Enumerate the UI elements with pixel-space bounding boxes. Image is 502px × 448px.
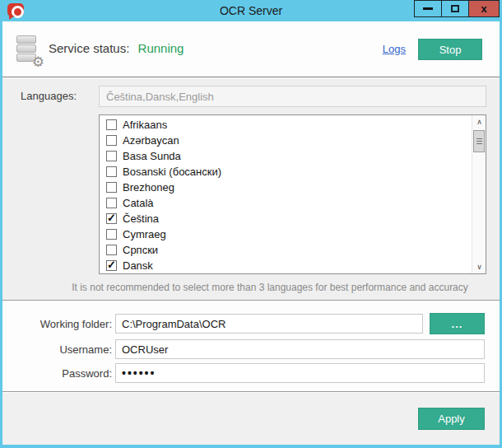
ocr-server-window: OCR Server x ⚙ Service status: R <box>0 0 502 448</box>
minimize-button[interactable] <box>414 0 442 17</box>
gear-icon: ⚙ <box>32 55 44 69</box>
list-item[interactable]: Bosanski (босански) <box>100 164 486 180</box>
title-bar: OCR Server x <box>0 0 502 21</box>
language-label: Српски <box>123 244 158 256</box>
scrollbar-up-icon[interactable]: ∧ <box>472 115 486 128</box>
scrollbar-down-icon[interactable]: ∨ <box>472 260 486 273</box>
list-item[interactable]: Català <box>100 195 486 211</box>
language-label: Brezhoneg <box>123 181 174 194</box>
checkbox[interactable] <box>106 135 117 146</box>
checkmark-icon: ✓ <box>107 212 116 224</box>
list-item[interactable]: Српски <box>100 242 486 258</box>
language-list[interactable]: Afrikaans Azərbaycan Basa Sunda Bosanski… <box>99 114 486 274</box>
language-label: Afrikaans <box>123 119 167 131</box>
language-label: Català <box>123 197 154 209</box>
username-label: Username: <box>2 343 112 356</box>
checkbox[interactable] <box>106 119 117 130</box>
language-label: Azərbaycan <box>123 134 179 147</box>
stop-button[interactable]: Stop <box>418 39 482 60</box>
language-label: Dansk <box>123 259 153 272</box>
scrollbar-grip-icon <box>476 138 482 144</box>
service-status-value: Running <box>138 41 184 55</box>
maximize-icon <box>451 5 459 12</box>
close-button[interactable]: x <box>468 0 500 17</box>
logs-link[interactable]: Logs <box>383 43 406 55</box>
working-folder-input[interactable] <box>115 314 423 334</box>
scrollbar[interactable]: ∧ ∨ <box>472 115 486 273</box>
list-item[interactable]: Deutsch <box>100 273 486 274</box>
list-item[interactable]: Brezhoneg <box>100 180 486 195</box>
scrollbar-thumb[interactable] <box>473 130 485 152</box>
username-input[interactable] <box>115 339 485 359</box>
list-item[interactable]: Azərbaycan <box>100 133 486 148</box>
close-icon: x <box>481 3 486 14</box>
settings-section: Working folder: ... Username: Password: <box>2 301 500 392</box>
service-database-icon: ⚙ <box>15 35 44 67</box>
list-item[interactable]: Basa Sunda <box>100 148 486 164</box>
checkbox[interactable]: ✓ <box>106 213 117 224</box>
service-status-label: Service status: <box>49 41 129 55</box>
working-folder-label: Working folder: <box>2 318 112 330</box>
window-content: ⚙ Service status: Running Logs Stop Lang… <box>2 21 500 445</box>
checkbox[interactable]: ✓ <box>106 260 117 271</box>
languages-note: It is not recommended to select more tha… <box>52 282 488 293</box>
minimize-icon <box>423 7 433 10</box>
checkmark-icon: ✓ <box>107 259 116 271</box>
password-input[interactable] <box>115 363 485 383</box>
footer-section: Apply <box>2 393 500 445</box>
selected-languages-field <box>99 86 486 107</box>
checkbox[interactable] <box>106 198 117 208</box>
checkbox[interactable] <box>106 166 117 177</box>
language-label: Basa Sunda <box>123 150 181 162</box>
maximize-button[interactable] <box>441 0 469 17</box>
languages-label: Languages: <box>2 90 77 102</box>
apply-button[interactable]: Apply <box>418 408 485 430</box>
checkbox[interactable] <box>106 151 117 161</box>
service-status-line: Service status: Running <box>49 41 184 55</box>
checkbox[interactable] <box>106 182 117 193</box>
list-item[interactable]: Afrikaans <box>100 117 486 133</box>
list-item[interactable]: Cymraeg <box>100 226 486 242</box>
language-label: Cymraeg <box>123 228 166 240</box>
language-label: Čeština <box>123 212 159 225</box>
window-controls: x <box>415 0 500 17</box>
service-status-section: ⚙ Service status: Running Logs Stop <box>2 21 500 77</box>
checkbox[interactable] <box>106 229 117 240</box>
list-item[interactable]: ✓ Dansk <box>100 258 486 273</box>
checkbox[interactable] <box>106 245 117 255</box>
browse-button[interactable]: ... <box>430 313 485 334</box>
language-label: Bosanski (босански) <box>123 166 221 178</box>
list-item[interactable]: ✓ Čeština <box>100 211 486 226</box>
password-label: Password: <box>2 367 112 380</box>
languages-section: Languages: Afrikaans Azərbaycan Basa Sun… <box>2 78 500 301</box>
